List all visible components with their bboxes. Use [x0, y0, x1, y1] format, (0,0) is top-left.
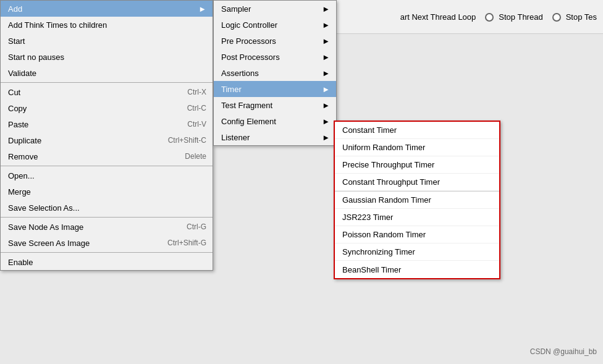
context-menu-l1: Add ► Add Think Times to children Start … — [0, 0, 213, 271]
stop-test-label: Stop Tes — [566, 12, 597, 22]
menu-item-start-no-pauses-label: Start no pauses — [8, 53, 64, 62]
menu-item-post-processors[interactable]: Post Processors ► — [214, 49, 336, 65]
menu-item-save-node-shortcut: Ctrl-G — [187, 222, 206, 231]
menu-item-constant-timer-label: Constant Timer — [342, 125, 397, 135]
menu-item-jsr223-timer[interactable]: JSR223 Timer — [335, 209, 499, 226]
menu-item-remove-label: Remove — [8, 152, 38, 161]
menu-item-gaussian-random-timer[interactable]: Gaussian Random Timer — [335, 192, 499, 209]
menu-item-add-think-times[interactable]: Add Think Times to children — [1, 17, 213, 33]
menu-item-assertions-arrow: ► — [322, 69, 330, 78]
divider-2 — [1, 166, 213, 166]
menu-item-synchronizing-label: Synchronizing Timer — [342, 247, 415, 256]
menu-item-logic-arrow: ► — [322, 20, 330, 30]
menu-item-listener-label: Listener — [221, 133, 250, 142]
menu-item-validate[interactable]: Validate — [1, 65, 213, 81]
divider-4 — [1, 252, 213, 253]
menu-item-listener-arrow: ► — [322, 133, 330, 142]
menu-item-copy-label: Copy — [8, 104, 27, 113]
menu-item-pre-processors-label: Pre Processors — [221, 36, 276, 46]
menu-item-precise-throughput-timer[interactable]: Precise Throughput Timer — [335, 156, 499, 174]
menu-item-add[interactable]: Add ► — [1, 1, 213, 17]
menu-item-save-screen-image-label: Save Screen As Image — [8, 239, 90, 248]
menu-item-uniform-random-timer-label: Uniform Random Timer — [342, 143, 425, 152]
menu-item-enable[interactable]: Enable — [1, 254, 213, 270]
stop-test-group[interactable]: Stop Tes — [552, 12, 597, 22]
menu-item-save-selection-label: Save Selection As... — [8, 203, 80, 213]
menu-item-duplicate-label: Duplicate — [8, 136, 41, 145]
menu-item-listener[interactable]: Listener ► — [214, 129, 336, 145]
menu-item-pre-processors[interactable]: Pre Processors ► — [214, 33, 336, 49]
menu-item-constant-throughput-timer[interactable]: Constant Throughput Timer — [335, 174, 499, 191]
menu-item-merge-label: Merge — [8, 187, 31, 197]
menu-item-start[interactable]: Start — [1, 33, 213, 49]
menu-item-remove-shortcut: Delete — [185, 152, 206, 161]
menu-item-cut-shortcut: Ctrl-X — [187, 88, 206, 96]
divider-3 — [1, 217, 213, 218]
menu-item-synchronizing-timer[interactable]: Synchronizing Timer — [335, 243, 499, 261]
menu-item-poisson-label: Poisson Random Timer — [342, 230, 426, 239]
menu-item-beanshell-label: BeanShell Timer — [342, 265, 401, 274]
menu-item-start-label: Start — [8, 36, 25, 46]
menu-item-open-label: Open... — [8, 171, 35, 180]
menu-item-config-arrow: ► — [322, 117, 330, 126]
context-menu-l2: Sampler ► Logic Controller ► Pre Process… — [213, 0, 337, 146]
menu-item-logic-controller[interactable]: Logic Controller ► — [214, 17, 336, 33]
menu-item-cut[interactable]: Cut Ctrl-X — [1, 84, 213, 100]
menu-item-config-element[interactable]: Config Element ► — [214, 113, 336, 129]
menu-item-copy-shortcut: Ctrl-C — [187, 104, 206, 112]
menu-item-merge[interactable]: Merge — [1, 184, 213, 200]
menu-item-test-fragment-label: Test Fragment — [221, 101, 272, 110]
menu-item-constant-timer[interactable]: Constant Timer — [335, 122, 499, 139]
menu-item-jsr223-label: JSR223 Timer — [342, 213, 393, 222]
menu-item-duplicate[interactable]: Duplicate Ctrl+Shift-C — [1, 132, 213, 148]
menu-item-open[interactable]: Open... — [1, 167, 213, 184]
menu-item-timer-arrow: ► — [322, 85, 330, 94]
menu-item-paste-shortcut: Ctrl-V — [187, 120, 206, 129]
menu-item-start-no-pauses[interactable]: Start no pauses — [1, 49, 213, 65]
menu-item-remove[interactable]: Remove Delete — [1, 148, 213, 164]
menu-item-save-node-image-label: Save Node As Image — [8, 222, 83, 232]
menu-item-assertions[interactable]: Assertions ► — [214, 65, 336, 81]
menu-item-add-think-times-label: Add Think Times to children — [8, 20, 107, 30]
menu-item-paste-label: Paste — [8, 120, 28, 129]
menu-item-add-arrow: ► — [198, 4, 206, 14]
menu-item-config-element-label: Config Element — [221, 117, 276, 126]
thread-loop-group: art Next Thread Loop — [400, 12, 476, 22]
menu-item-cut-label: Cut — [8, 88, 20, 97]
menu-item-assertions-label: Assertions — [221, 69, 259, 78]
menu-item-save-selection[interactable]: Save Selection As... — [1, 200, 213, 216]
menu-item-precise-throughput-timer-label: Precise Throughput Timer — [342, 160, 434, 169]
menu-item-logic-controller-label: Logic Controller — [221, 20, 277, 30]
menu-item-sampler[interactable]: Sampler ► — [214, 1, 336, 17]
bottom-bar: CSDN @guaihui_bb — [530, 339, 603, 364]
thread-loop-label: art Next Thread Loop — [400, 12, 476, 22]
menu-item-test-fragment[interactable]: Test Fragment ► — [214, 97, 336, 113]
menu-item-save-node-image[interactable]: Save Node As Image Ctrl-G — [1, 219, 213, 235]
stop-thread-radio[interactable] — [485, 13, 494, 22]
menu-item-sampler-arrow: ► — [322, 4, 330, 14]
menu-item-timer-label: Timer — [221, 85, 242, 94]
menu-item-save-screen-shortcut: Ctrl+Shift-G — [167, 239, 206, 247]
menu-item-poisson-random-timer[interactable]: Poisson Random Timer — [335, 226, 499, 243]
menu-item-pre-arrow: ► — [322, 36, 330, 46]
stop-thread-label: Stop Thread — [499, 12, 542, 22]
menu-item-post-arrow: ► — [322, 53, 330, 62]
menu-item-copy[interactable]: Copy Ctrl-C — [1, 100, 213, 116]
menu-item-constant-throughput-timer-label: Constant Throughput Timer — [342, 177, 440, 187]
menu-item-paste[interactable]: Paste Ctrl-V — [1, 116, 213, 132]
menu-item-test-fragment-arrow: ► — [322, 101, 330, 110]
stop-thread-group[interactable]: Stop Thread — [485, 12, 542, 22]
watermark-text: CSDN @guaihui_bb — [530, 347, 597, 356]
menu-item-validate-label: Validate — [8, 69, 36, 78]
toolbar-right: art Next Thread Loop Stop Thread Stop Te… — [400, 0, 603, 34]
stop-test-radio[interactable] — [552, 13, 561, 22]
menu-item-timer[interactable]: Timer ► — [214, 81, 336, 97]
menu-item-enable-label: Enable — [8, 258, 33, 267]
menu-item-uniform-random-timer[interactable]: Uniform Random Timer — [335, 139, 499, 156]
menu-item-duplicate-shortcut: Ctrl+Shift-C — [168, 136, 206, 145]
menu-item-beanshell-timer[interactable]: BeanShell Timer — [335, 261, 499, 278]
menu-item-add-label: Add — [8, 4, 22, 14]
menu-item-save-screen-image[interactable]: Save Screen As Image Ctrl+Shift-G — [1, 235, 213, 251]
divider-1 — [1, 82, 213, 83]
context-menu-l3: Constant Timer Uniform Random Timer Prec… — [334, 121, 500, 279]
